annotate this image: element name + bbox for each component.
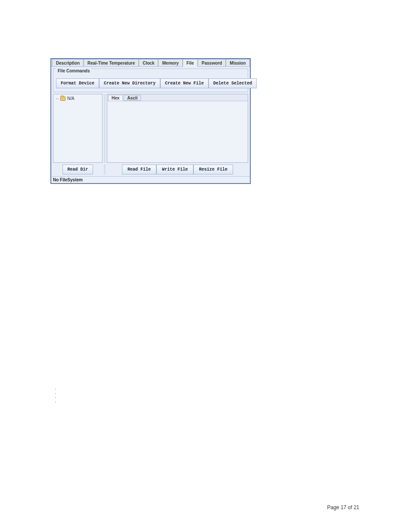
read-dir-cell: Read Dir [53, 165, 103, 174]
file-ops-buttons: Read File Write File Resize File [107, 165, 248, 174]
tab-memory[interactable]: Memory [158, 59, 182, 66]
main-tabs: Description Real-Time Temperature Clock … [51, 59, 250, 67]
read-file-button[interactable]: Read File [122, 165, 156, 174]
file-commands-group: File Commands Format Device Create New D… [53, 68, 248, 92]
content-view-tabs: Hex Ascii [107, 94, 248, 101]
tab-password[interactable]: Password [198, 59, 226, 66]
bullet-marks: •••• [55, 387, 56, 404]
tree-connector-icon: — [56, 96, 59, 101]
page-footer: Page 17 of 21 [327, 504, 359, 510]
resize-file-button[interactable]: Resize File [193, 165, 233, 174]
tab-clock[interactable]: Clock [139, 59, 158, 66]
splitter-handle-bottom[interactable] [104, 165, 106, 174]
middle-panel: — N/A Hex Ascii [53, 94, 248, 163]
tree-root-label: N/A [67, 96, 75, 101]
tab-hex[interactable]: Hex [108, 95, 123, 101]
tab-ascii[interactable]: Ascii [124, 95, 141, 101]
hex-content-area[interactable] [107, 101, 248, 162]
bottom-button-row: Read Dir Read File Write File Resize Fil… [53, 165, 248, 174]
create-new-file-button[interactable]: Create New File [160, 78, 209, 88]
status-bar: No FileSystem [51, 176, 250, 183]
folder-icon [60, 96, 65, 101]
read-dir-button[interactable]: Read Dir [62, 165, 93, 174]
tab-file[interactable]: File [183, 59, 198, 67]
tab-description[interactable]: Description [52, 59, 84, 66]
splitter-handle[interactable] [104, 94, 106, 163]
tab-realtime-temperature[interactable]: Real-Time Temperature [84, 59, 139, 66]
format-device-button[interactable]: Format Device [56, 78, 99, 88]
tab-mission[interactable]: Mission [226, 59, 249, 66]
delete-selected-button[interactable]: Delete Selected [209, 78, 257, 88]
write-file-button[interactable]: Write File [156, 165, 193, 174]
directory-tree[interactable]: — N/A [53, 94, 103, 163]
file-commands-legend: File Commands [56, 68, 91, 73]
tree-root-node[interactable]: — N/A [56, 96, 100, 101]
content-panel: Hex Ascii [107, 94, 248, 163]
app-window: Description Real-Time Temperature Clock … [50, 58, 251, 184]
file-commands-buttons: Format Device Create New Directory Creat… [56, 78, 245, 88]
create-new-directory-button[interactable]: Create New Directory [99, 78, 160, 88]
